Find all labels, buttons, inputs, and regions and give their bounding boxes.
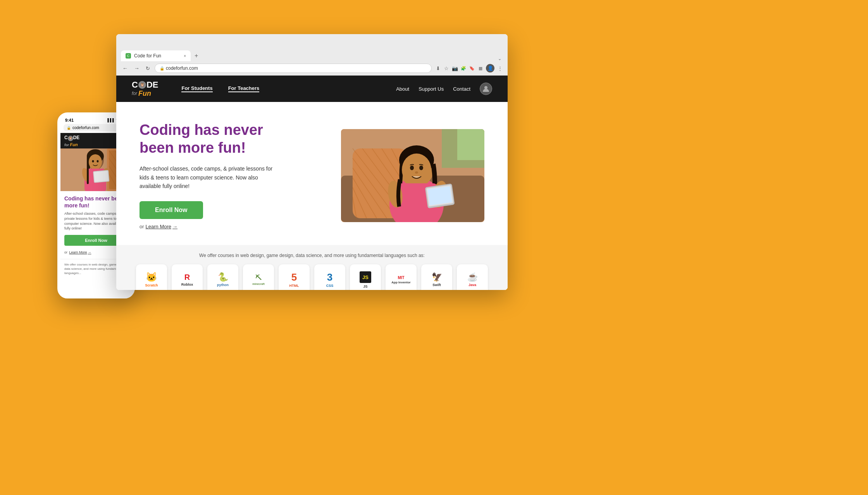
address-lock-icon: 🔒: [160, 66, 164, 71]
nav-about[interactable]: About: [396, 86, 409, 92]
logo-for: for: [132, 91, 137, 96]
logo-fun: Fun: [138, 90, 151, 97]
svg-point-43: [410, 166, 414, 170]
user-avatar[interactable]: [480, 83, 492, 95]
hero-title: Coding has never been more fun!: [140, 121, 326, 157]
desktop-browser: C Code for Fun × + ⌄ ← → ↻ 🔒 codeforfun.…: [116, 34, 508, 290]
svg-point-45: [415, 171, 418, 174]
languages-intro-text: We offer courses in web design, game des…: [132, 253, 492, 258]
learn-more-arrow: →: [172, 224, 177, 229]
address-bar[interactable]: 🔒 codeforfun.com: [155, 64, 432, 73]
svg-rect-25: [457, 129, 484, 160]
javascript-icon[interactable]: JS JS: [350, 264, 381, 290]
mobile-logo: C🦉DE for Fun: [64, 134, 79, 147]
svg-point-22: [484, 86, 487, 89]
learn-more-row: or Learn More →: [140, 224, 177, 229]
user-profile-icon[interactable]: 👤: [486, 64, 494, 72]
svg-point-15: [97, 160, 99, 162]
site-navigation: C 🦉 DE for Fun For Students For Teachers: [116, 76, 508, 102]
screenshot-icon[interactable]: 📷: [452, 65, 458, 71]
more-options-icon[interactable]: ⋮: [497, 65, 503, 71]
swift-label: Swift: [432, 283, 441, 287]
nav-secondary-links: About Support Us Contact: [396, 83, 492, 95]
grid-icon[interactable]: ▦: [477, 65, 484, 71]
svg-point-14: [92, 160, 94, 162]
tab-favicon: C: [126, 53, 131, 59]
download-icon[interactable]: ⬇: [435, 65, 441, 71]
roblox-icon[interactable]: R Roblox: [172, 264, 203, 290]
scratch-icon[interactable]: 🐱 Scratch: [136, 264, 167, 290]
js-text: JS: [362, 274, 369, 280]
hero-text: Coding has never been more fun! After-sc…: [140, 121, 326, 229]
scratch-label: Scratch: [145, 283, 158, 287]
mobile-learn-more-arrow: →: [88, 250, 91, 254]
svg-point-42: [402, 154, 431, 186]
nav-for-students[interactable]: For Students: [181, 85, 212, 92]
signal-bars: ▌▌▌: [107, 118, 115, 122]
hero-cta-row: Enroll Now or Learn More →: [140, 201, 326, 229]
site-logo: C 🦉 DE for Fun: [132, 81, 158, 97]
minecraft-icon[interactable]: ⛏ minecraft: [243, 264, 274, 290]
js-box: JS: [360, 271, 371, 283]
roblox-label: Roblox: [181, 283, 193, 286]
mobile-learn-more-prefix: or: [64, 250, 67, 254]
hero-portrait-svg: [341, 129, 484, 222]
language-icons-row: 🐱 Scratch R Roblox 🐍 python ⛏ minecraft: [132, 264, 492, 290]
mobile-time: 9:41: [65, 118, 74, 122]
java-label: Java: [468, 283, 476, 287]
nav-main-links: For Students For Teachers: [181, 85, 396, 92]
mobile-learn-more-text: Learn More: [69, 250, 87, 254]
mit-app-inventor-icon[interactable]: MITApp Inventor: [386, 264, 417, 290]
svg-point-13: [89, 154, 102, 170]
mobile-url: codeforfun.com: [72, 126, 121, 130]
svg-rect-21: [87, 165, 89, 184]
python-icon[interactable]: 🐍 python: [207, 264, 238, 290]
extension-icon[interactable]: 🧩: [460, 65, 467, 71]
css3-icon[interactable]: 3 CSS: [314, 264, 345, 290]
html5-icon[interactable]: 5 HTML: [279, 264, 310, 290]
swift-icon[interactable]: 🦅 Swift: [421, 264, 452, 290]
website-content: C 🦉 DE for Fun For Students For Teachers: [116, 76, 508, 290]
python-label: python: [217, 283, 229, 287]
learn-more-text: Learn More: [146, 224, 171, 229]
browser-title-bar: [116, 34, 508, 48]
java-icon[interactable]: ☕ Java: [457, 264, 488, 290]
nav-contact[interactable]: Contact: [453, 86, 470, 92]
nav-for-teachers[interactable]: For Teachers: [228, 85, 260, 92]
profile-icon[interactable]: 🔖: [469, 65, 475, 71]
tab-bar: C Code for Fun × + ⌄: [116, 48, 508, 61]
css3-label: CSS: [326, 284, 334, 288]
learn-more-link[interactable]: Learn More →: [146, 224, 177, 229]
js-label: JS: [363, 285, 367, 288]
refresh-button[interactable]: ↻: [144, 65, 152, 72]
logo-c: C: [132, 81, 138, 89]
minecraft-label: minecraft: [252, 283, 265, 285]
star-icon[interactable]: ☆: [443, 65, 450, 71]
languages-section: We offer courses in web design, game des…: [116, 245, 508, 290]
browser-toolbar: ← → ↻ 🔒 codeforfun.com ⬇ ☆ 📷 🧩 🔖 ▦ 👤 ⋮: [116, 61, 508, 76]
hero-image: [341, 129, 484, 222]
mobile-lock-icon: 🔒: [67, 126, 71, 130]
svg-rect-51: [427, 186, 452, 205]
logo-de: DE: [146, 81, 158, 89]
nav-support-us[interactable]: Support Us: [418, 86, 444, 92]
hero-section: Coding has never been more fun! After-sc…: [116, 102, 508, 245]
hero-description: After-school classes, code camps, & priv…: [140, 164, 279, 190]
tab-label: Code for Fun: [134, 53, 161, 59]
enroll-button[interactable]: Enroll Now: [140, 201, 203, 219]
browser-chrome: C Code for Fun × + ⌄ ← → ↻ 🔒 codeforfun.…: [116, 34, 508, 76]
forward-button[interactable]: →: [133, 64, 141, 72]
back-button[interactable]: ←: [121, 64, 129, 72]
new-tab-button[interactable]: +: [191, 50, 201, 61]
html5-label: HTML: [289, 284, 299, 288]
svg-rect-20: [94, 171, 108, 182]
mobile-learn-more-link[interactable]: Learn More →: [69, 250, 91, 254]
window-controls: ⌄: [498, 56, 503, 61]
browser-active-tab[interactable]: C Code for Fun ×: [121, 50, 191, 61]
address-url: codeforfun.com: [166, 66, 198, 71]
browser-toolbar-icons: ⬇ ☆ 📷 🧩 🔖 ▦ 👤 ⋮: [435, 64, 503, 72]
logo-owl-icon: 🦉: [138, 81, 146, 89]
learn-more-prefix: or: [140, 224, 144, 229]
svg-point-44: [419, 166, 423, 170]
tab-close-button[interactable]: ×: [184, 54, 186, 58]
